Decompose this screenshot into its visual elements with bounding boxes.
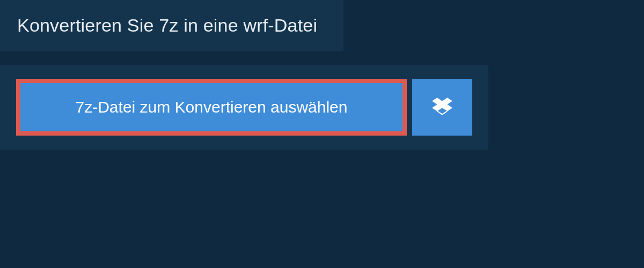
header-bar: Konvertieren Sie 7z in eine wrf-Datei (0, 0, 343, 51)
select-file-button[interactable]: 7z-Datei zum Konvertieren auswählen (16, 79, 407, 136)
dropbox-button[interactable] (412, 79, 472, 136)
page-title: Konvertieren Sie 7z in eine wrf-Datei (17, 15, 326, 36)
dropbox-icon (432, 96, 452, 118)
select-file-label: 7z-Datei zum Konvertieren auswählen (76, 98, 348, 116)
button-row: 7z-Datei zum Konvertieren auswählen (16, 79, 472, 136)
upload-panel: 7z-Datei zum Konvertieren auswählen (0, 65, 488, 150)
